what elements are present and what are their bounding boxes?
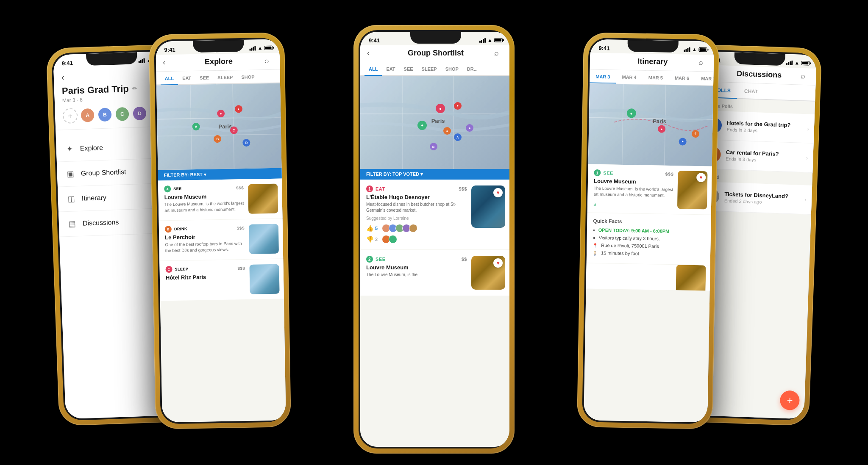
tab-see-3[interactable]: SEE [400,62,417,75]
status-icons-5: ▲ [786,60,810,66]
tab-chat[interactable]: CHAT [737,83,765,99]
listing-thumb-perchoir [249,224,279,254]
tab-all-2[interactable]: ALL [160,72,178,85]
add-member-button[interactable]: + [62,108,78,124]
chevron-car: › [806,154,808,161]
back-button-1[interactable]: ‹ [61,72,64,82]
map-pin-c[interactable]: C [230,126,237,134]
back-icon-2[interactable]: ‹ [163,58,173,67]
map-pin-blue-main[interactable]: A [454,133,462,141]
qf-distance-text: 15 minutes by foot [601,250,639,256]
quick-facts: Quick Facts ● OPEN TODAY: 9:00 AM - 6:00… [587,213,713,265]
wifi-icon-4: ▲ [692,47,697,53]
phone-group-shortlist: 9:41 ▲ ‹ Group Shortlist ⌕ [353,25,515,454]
edit-icon-1[interactable]: ✏ [132,85,137,92]
cat-see-1: SEE [173,187,182,191]
shortlist-item-2[interactable]: 2 SEE $$ Louvre Museum The Louvre Museum… [360,250,509,296]
map-pin-orange-main[interactable]: ● [443,127,451,135]
map-label-4: Paris [653,118,666,125]
back-icon-3[interactable]: ‹ [367,49,377,58]
cat-drink-1: DRINK [174,227,187,231]
item1-cat: 1 EAT $$$ [366,185,467,192]
search-icon-2[interactable]: ⌕ [264,56,275,65]
svg-line-10 [665,85,666,166]
itin-desc: The Louvre Museum, is the world's larges… [593,185,673,199]
search-icon-3[interactable]: ⌕ [494,49,504,58]
date-tab-mar7[interactable]: MAR 7 [695,72,714,86]
itin-price: $$$ [665,172,673,177]
vote-avatar-5 [409,224,417,233]
signal-icon-4 [684,47,690,52]
qf-open-text: OPEN TODAY: 9:00 AM - 6:00PM [598,227,670,234]
poll-content-car: Car rental for Paris? Ends in 3 days [726,149,802,163]
battery-icon-2 [264,46,273,50]
heart-icon-2[interactable]: ♥ [493,258,503,268]
itinerary-pin-1[interactable]: ● [626,108,636,118]
listing-louvre[interactable]: A SEE $$$ Louvre Museum The Louvre Museu… [158,178,284,220]
shortlist-link[interactable]: S [593,202,596,207]
item1-price: $$$ [459,186,467,191]
tab-dr-3[interactable]: DR... [463,62,482,75]
explore-title: Explore [173,56,264,67]
time-4: 9:41 [598,44,609,51]
shortlist-item-1[interactable]: 1 EAT $$$ L'Étable Hugo Desnoyer Meat-fo… [360,180,509,249]
like-avatars-1 [382,224,417,233]
listing-perchoir[interactable]: B DRINK $$$ Le Perchoir One of the best … [159,219,285,260]
tab-eat-2[interactable]: EAT [178,71,196,84]
listing-info-louvre: A SEE $$$ Louvre Museum The Louvre Museu… [164,184,244,215]
qf-distance: 🚶 15 minutes by foot [593,250,706,257]
tab-see-2[interactable]: SEE [195,71,214,84]
date-tab-mar5[interactable]: MAR 5 [643,71,669,85]
item1-name: L'Étable Hugo Desnoyer [366,194,467,200]
battery-icon-4 [698,47,707,52]
date-tab-mar3[interactable]: MAR 3 [590,70,616,84]
date-tab-mar6[interactable]: MAR 6 [669,71,696,85]
filter-label-2: FILTER BY: BEST ▾ [164,172,207,178]
like-button-1[interactable]: 👍 5 [366,225,378,232]
filter-bar-3[interactable]: FILTER BY: TOP VOTED ▾ [360,169,509,180]
explore-header: ‹ Explore ⌕ [156,53,282,72]
map-pin-red2-main[interactable]: ● [454,102,462,110]
cat-badge-a: A [164,185,171,192]
itin-thumb-2 [676,265,706,291]
listing-thumb-louvre [248,184,278,214]
itin-cat-num: 1 [594,169,601,176]
listing-desc-perchoir: One of the best rooftop bars in Paris wi… [165,241,245,254]
search-icon-4[interactable]: ⌕ [698,58,709,67]
map-pin-a[interactable]: A [192,123,200,130]
map-pin-green-main[interactable]: ● [417,121,427,130]
listing-ritz[interactable]: C SLEEP $$$ Hôtel Ritz Paris [159,259,286,301]
map-pin-red-main[interactable]: ● [436,104,445,113]
map-pin-red2[interactable]: ● [234,105,242,113]
shortlist-label: Group Shortlist [81,168,126,177]
itinerary-item-1[interactable]: 1 SEE $$$ Louvre Museum The Louvre Museu… [587,164,714,215]
explore-icon: ✦ [64,144,74,154]
item2-cat: 2 SEE $$ [366,256,467,263]
tab-sleep-2[interactable]: SLEEP [213,70,237,83]
itin-name: Louvre Museum [594,178,673,185]
qf-address: 📍 Rue de Rivoli, 750001 Paris [593,243,706,250]
signal-icon-2 [249,46,256,50]
dislike-avatar-2 [389,235,397,244]
explore-label: Explore [80,144,103,152]
tab-all-3[interactable]: ALL [364,62,382,75]
item1-cat-label: EAT [376,186,385,191]
search-icon-5[interactable]: ⌕ [801,72,811,81]
tab-shop-3[interactable]: SHOP [441,62,463,75]
itin-item-2-partial [586,263,712,291]
status-icons-3: ▲ [479,37,503,43]
tab-eat-3[interactable]: EAT [382,62,399,75]
itinerary-pin-4[interactable]: 4 [692,130,699,137]
tab-shop-2[interactable]: SHOP [237,70,259,83]
itinerary-pin-3[interactable]: ● [679,138,687,145]
shortlist-header: ‹ Group Shortlist ⌕ [360,45,509,62]
listing-desc-louvre: The Louvre Museum, is the world's larges… [164,200,244,213]
fab-button[interactable]: + [780,390,800,411]
dislike-button-1[interactable]: 👎 2 [366,236,378,243]
shortlist-title: Group Shortlist [377,49,494,58]
date-tab-mar4[interactable]: MAR 4 [616,70,643,84]
itinerary-pin-2[interactable]: ● [658,125,665,133]
tab-sleep-3[interactable]: SLEEP [417,62,441,75]
heart-icon-1[interactable]: ♥ [493,188,503,197]
qf-visit: ● Visitors typically stay 3 hours. [593,235,707,242]
